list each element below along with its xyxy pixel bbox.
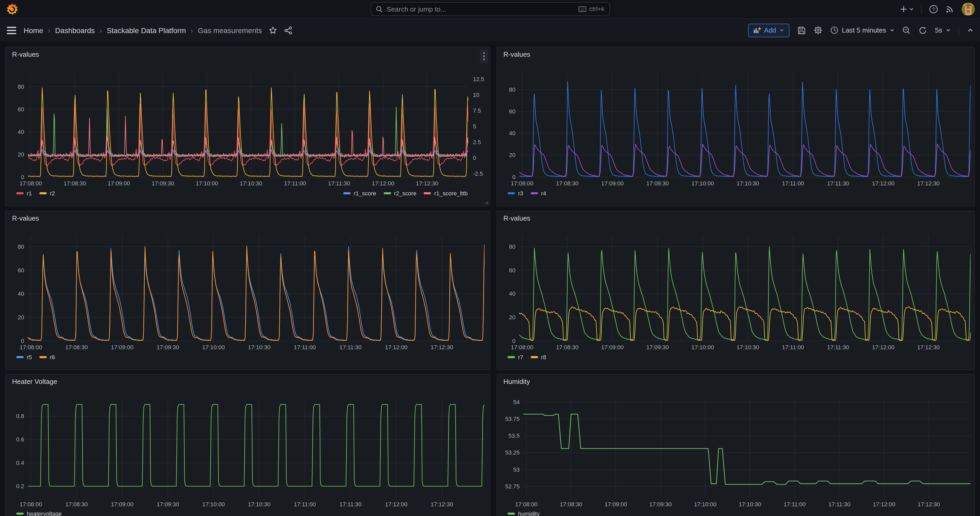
refresh-button[interactable]	[919, 26, 927, 34]
svg-text:17:09:00: 17:09:00	[111, 501, 134, 508]
svg-text:17:08:30: 17:08:30	[65, 344, 88, 350]
panel-menu-button[interactable]	[480, 49, 488, 64]
legend-swatch	[531, 356, 538, 358]
chart-r-values-4[interactable]: 02040608017:08:0017:08:3017:09:0017:09:3…	[497, 211, 974, 370]
search-input[interactable]: Search or jump to... ctrl+k	[370, 2, 610, 16]
resize-handle[interactable]	[485, 201, 489, 205]
legend-swatch	[343, 192, 351, 194]
svg-text:17:10:00: 17:10:00	[202, 501, 225, 508]
save-dashboard-button[interactable]	[797, 26, 805, 34]
help-button[interactable]: ?	[929, 5, 938, 14]
panel-header[interactable]: Heater Voltage	[6, 374, 490, 388]
legend-item-r2_score[interactable]: r2_score	[383, 190, 417, 196]
svg-text:2.5: 2.5	[473, 139, 481, 145]
zoom-out-button[interactable]	[902, 26, 911, 34]
legend-item-r7[interactable]: r7	[508, 354, 523, 360]
panel-header[interactable]: Humidity	[497, 374, 974, 388]
svg-text:17:08:00: 17:08:00	[515, 501, 538, 508]
chart-humidity[interactable]: 52.755353.2553.553.755417:08:0017:08:301…	[497, 374, 974, 516]
legend-item-r1[interactable]: r1	[16, 190, 32, 196]
axis-labels: 02040608017:08:0017:08:3017:09:0017:09:3…	[18, 244, 453, 350]
panel-header[interactable]: R-values	[6, 211, 490, 225]
svg-text:17:10:30: 17:10:30	[737, 180, 759, 187]
rss-icon	[945, 5, 954, 14]
search-shortcut: ctrl+k	[579, 5, 605, 13]
svg-text:17:12:30: 17:12:30	[917, 180, 940, 187]
svg-text:?: ?	[932, 6, 935, 12]
svg-text:17:09:00: 17:09:00	[605, 501, 627, 508]
svg-text:17:09:00: 17:09:00	[601, 344, 624, 350]
svg-text:0: 0	[512, 174, 515, 180]
time-range-picker[interactable]: Last 5 minutes	[830, 26, 894, 34]
legend-item-r2[interactable]: r2	[39, 190, 55, 196]
svg-text:17:10:00: 17:10:00	[202, 344, 225, 350]
svg-text:17:11:30: 17:11:30	[340, 501, 362, 508]
add-panel-button[interactable]: Add	[748, 23, 789, 37]
legend-item-r1_score_lttb[interactable]: r1_score_lttb	[424, 190, 468, 196]
svg-text:20: 20	[509, 314, 515, 321]
breadcrumb-home[interactable]: Home	[24, 26, 43, 34]
panel-title: Humidity	[503, 377, 530, 385]
chart-r-values-1[interactable]: 020406080-2.502.557.51012.517:08:0017:08…	[6, 47, 490, 206]
legend-item-humidity[interactable]: humidity	[508, 511, 539, 516]
legend-label: r3	[518, 190, 523, 196]
panel-title: R-values	[12, 214, 39, 222]
legend-item-r8[interactable]: r8	[531, 354, 546, 360]
menu-button[interactable]	[7, 27, 16, 34]
favorite-button[interactable]	[269, 26, 277, 34]
breadcrumb-separator: ›	[48, 26, 50, 34]
gridlines	[28, 399, 485, 498]
breadcrumb-folder[interactable]: Stackable Data Platform	[107, 26, 186, 34]
svg-text:17:11:00: 17:11:00	[294, 501, 316, 508]
legend-item-r5[interactable]: r5	[16, 354, 32, 360]
legend-item-r1_score[interactable]: r1_score	[343, 190, 376, 196]
legend-group: r1_scorer2_scorer1_score_lttb	[343, 190, 468, 196]
legend-label: humidity	[518, 511, 539, 516]
legend-item-heatervoltage[interactable]: heatervoltage	[16, 511, 62, 516]
svg-text:0.4: 0.4	[16, 460, 24, 466]
svg-text:17:09:00: 17:09:00	[108, 180, 130, 187]
add-label: Add	[764, 26, 776, 34]
panel-header[interactable]: R-values	[497, 211, 974, 225]
new-button[interactable]	[900, 5, 914, 13]
svg-text:53.75: 53.75	[505, 416, 520, 422]
legend-label: r2	[50, 190, 55, 196]
panel-legend: humidity	[497, 511, 974, 516]
legend-item-r6[interactable]: r6	[39, 354, 55, 360]
share-button[interactable]	[284, 26, 293, 34]
svg-text:20: 20	[18, 314, 24, 321]
legend-item-r3[interactable]: r3	[508, 190, 523, 196]
breadcrumb-dashboards[interactable]: Dashboards	[55, 26, 95, 34]
svg-text:17:11:00: 17:11:00	[294, 344, 316, 350]
chart-svg: 020406080-2.502.557.51012.517:08:0017:08…	[6, 47, 491, 207]
svg-text:17:12:30: 17:12:30	[917, 344, 940, 350]
svg-text:17:10:30: 17:10:30	[739, 501, 761, 508]
legend-swatch	[16, 192, 24, 194]
dashboard-settings-button[interactable]	[813, 26, 822, 35]
grafana-app: Search or jump to... ctrl+k ?	[0, 0, 980, 516]
legend-swatch	[508, 356, 515, 358]
legend-label: r2_score	[394, 190, 417, 196]
svg-text:17:09:30: 17:09:30	[649, 501, 672, 508]
svg-text:80: 80	[509, 86, 515, 93]
collapse-toolbar-button[interactable]	[967, 27, 974, 33]
zoom-out-icon	[902, 26, 911, 34]
refresh-interval-picker[interactable]: 5s	[935, 26, 951, 34]
svg-text:17:09:00: 17:09:00	[111, 344, 134, 350]
panel-header[interactable]: R-values	[6, 47, 490, 61]
hamburger-icon	[7, 27, 16, 34]
svg-text:17:09:00: 17:09:00	[601, 180, 624, 187]
svg-text:0: 0	[512, 338, 515, 344]
grafana-logo-icon[interactable]	[6, 3, 18, 16]
svg-text:17:12:00: 17:12:00	[385, 501, 407, 508]
keyboard-icon	[579, 6, 587, 12]
chart-r-values-2[interactable]: 02040608017:08:0017:08:3017:09:0017:09:3…	[497, 47, 974, 206]
chart-r-values-3[interactable]: 02040608017:08:0017:08:3017:09:0017:09:3…	[6, 211, 490, 370]
svg-text:17:10:30: 17:10:30	[248, 501, 270, 508]
news-button[interactable]	[945, 5, 954, 14]
chart-heater-voltage[interactable]: 0.20.40.60.817:08:0017:08:3017:09:0017:0…	[6, 374, 490, 516]
legend-item-r4[interactable]: r4	[531, 190, 546, 196]
panel-header[interactable]: R-values	[497, 47, 974, 61]
avatar[interactable]	[962, 3, 975, 16]
svg-text:17:10:00: 17:10:00	[196, 180, 218, 187]
